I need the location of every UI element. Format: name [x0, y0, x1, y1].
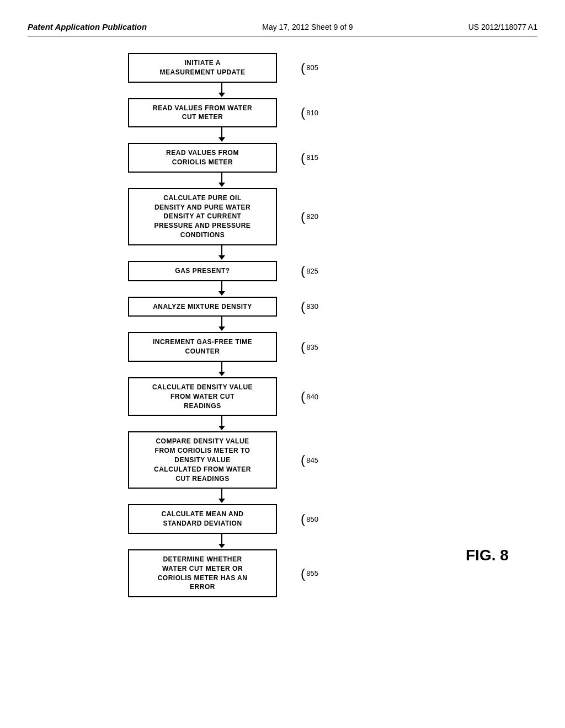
flow-box-845: COMPARE DENSITY VALUE FROM CORIOLIS METE…: [128, 431, 277, 489]
sheet-info: May 17, 2012 Sheet 9 of 9: [262, 23, 353, 31]
page-header: Patent Application Publication May 17, 2…: [28, 22, 537, 36]
flow-arrow-815: [128, 173, 316, 188]
flow-box-805: INITIATE A MEASUREMENT UPDATE: [128, 53, 277, 83]
flowchart: INITIATE A MEASUREMENT UPDATE)805READ VA…: [28, 53, 449, 597]
flow-arrow-840: [128, 416, 316, 431]
flow-node-825: GAS PRESENT?)825: [128, 261, 316, 281]
patent-number: US 2012/118077 A1: [468, 23, 537, 31]
flow-arrow-835: [128, 362, 316, 377]
node-label-820: 820: [306, 212, 318, 221]
figure-label: FIG. 8: [449, 53, 537, 597]
flow-node-850: CALCULATE MEAN AND STANDARD DEVIATION)85…: [128, 504, 316, 534]
node-label-830: 830: [306, 302, 318, 311]
node-label-825: 825: [306, 267, 318, 275]
flow-box-820: CALCULATE PURE OIL DENSITY AND PURE WATE…: [128, 188, 277, 245]
flow-arrow-825: [128, 281, 316, 297]
flow-arrow-820: [128, 245, 316, 261]
publication-label: Patent Application Publication: [28, 22, 147, 31]
flow-arrow-830: [128, 317, 316, 332]
flow-box-850: CALCULATE MEAN AND STANDARD DEVIATION: [128, 504, 277, 534]
node-label-815: 815: [306, 153, 318, 162]
flow-box-835: INCREMENT GAS-FREE TIME COUNTER: [128, 332, 277, 362]
flow-node-815: READ VALUES FROM CORIOLIS METER)815: [128, 143, 316, 173]
flow-arrow-810: [128, 127, 316, 143]
node-label-845: 845: [306, 456, 318, 464]
page: Patent Application Publication May 17, 2…: [0, 0, 565, 728]
flow-node-835: INCREMENT GAS-FREE TIME COUNTER)835: [128, 332, 316, 362]
flow-node-855: DETERMINE WHETHER WATER CUT METER OR COR…: [128, 549, 316, 597]
flow-node-845: COMPARE DENSITY VALUE FROM CORIOLIS METE…: [128, 431, 316, 489]
flow-box-830: ANALYZE MIXTURE DENSITY: [128, 297, 277, 317]
node-label-840: 840: [306, 393, 318, 401]
node-label-805: 805: [306, 63, 318, 72]
flow-node-840: CALCULATE DENSITY VALUE FROM WATER CUT R…: [128, 377, 316, 416]
flow-node-820: CALCULATE PURE OIL DENSITY AND PURE WATE…: [128, 188, 316, 245]
flow-box-825: GAS PRESENT?: [128, 261, 277, 281]
node-label-835: 835: [306, 343, 318, 351]
flow-box-810: READ VALUES FROM WATER CUT METER: [128, 98, 277, 128]
flow-box-840: CALCULATE DENSITY VALUE FROM WATER CUT R…: [128, 377, 277, 416]
flow-arrow-845: [128, 489, 316, 504]
flow-node-830: ANALYZE MIXTURE DENSITY)830: [128, 297, 316, 317]
flow-node-805: INITIATE A MEASUREMENT UPDATE)805: [128, 53, 316, 83]
flow-box-815: READ VALUES FROM CORIOLIS METER: [128, 143, 277, 173]
node-label-855: 855: [306, 569, 318, 577]
node-label-850: 850: [306, 515, 318, 523]
node-label-810: 810: [306, 109, 318, 117]
flow-arrow-805: [128, 83, 316, 98]
flow-node-810: READ VALUES FROM WATER CUT METER)810: [128, 98, 316, 128]
flow-box-855: DETERMINE WHETHER WATER CUT METER OR COR…: [128, 549, 277, 597]
content-area: INITIATE A MEASUREMENT UPDATE)805READ VA…: [28, 53, 537, 597]
flow-arrow-850: [128, 534, 316, 549]
